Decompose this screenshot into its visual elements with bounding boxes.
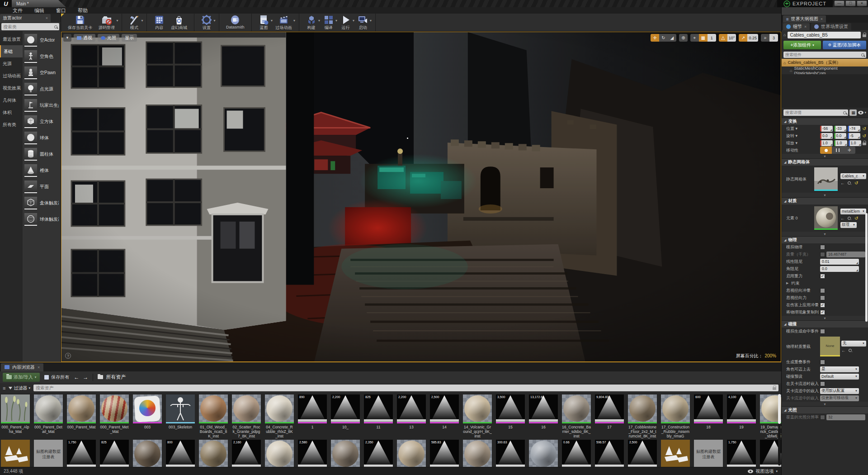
asset-tile[interactable]: 800: [166, 440, 195, 467]
surface-snap-button[interactable]: ⌖: [690, 34, 699, 42]
dropdown[interactable]: 仅更新可移动项▼: [820, 395, 859, 401]
asset-tile-003_Skeleton[interactable]: 003_Skeleton: [166, 394, 195, 438]
asset-tile[interactable]: 2,500: [628, 440, 657, 467]
camera-speed-icon[interactable]: »: [761, 34, 769, 42]
number-field[interactable]: 0.0◢: [820, 266, 859, 272]
close-icon[interactable]: ×: [804, 24, 807, 29]
toolbar-button-cinematics[interactable]: ▼过场动画: [273, 14, 295, 31]
property-matrix-button[interactable]: ▦: [849, 109, 857, 116]
section-materials[interactable]: ◢材质: [782, 197, 868, 204]
rotation-x-field[interactable]: 0.0◢: [820, 133, 833, 139]
browse-icon[interactable]: [848, 181, 851, 185]
toolbar-button-launch[interactable]: ▼启动: [354, 14, 372, 31]
asset-tile[interactable]: [529, 440, 558, 467]
details-tab[interactable]: 细节 ×: [783, 23, 810, 30]
section-transform[interactable]: ◢变换: [782, 118, 868, 125]
toolbar-button-build[interactable]: ▼构建: [303, 14, 320, 31]
world-outliner-tab[interactable]: ≡ 世界大纲视图 ×: [783, 15, 826, 23]
content-browser-tab[interactable]: 内容浏览器 ×: [1, 363, 43, 371]
checkbox[interactable]: ✓: [820, 303, 825, 308]
save-all-button[interactable]: 保存所有: [44, 374, 69, 380]
asset-tile-04_Concrete_Rubble_rhlxZ_8K_inst[interactable]: 04_Concrete_Rubble_rhlxZ_8K_inst: [265, 394, 294, 438]
asset-tile-14_Volcanic_Ground_qcjrH_8K_inst[interactable]: 14_Volcanic_Ground_qcjrH_8K_inst: [463, 394, 492, 438]
level-tab[interactable]: Main*: [12, 0, 66, 7]
place-search-field[interactable]: [1, 23, 59, 30]
position-label[interactable]: 位置 ▾: [786, 126, 819, 132]
asset-tile[interactable]: 2,160: [232, 440, 261, 467]
place-item-空Actor[interactable]: 空Actor: [23, 32, 61, 48]
camera-speed-value[interactable]: 3: [769, 34, 778, 42]
asset-tile-000_Parent_Met_Mat[interactable]: 000_Parent_Met_Mat: [100, 394, 129, 438]
menu-编辑[interactable]: 编辑: [34, 7, 44, 14]
asset-tile-000_Parent_Detail_Mat[interactable]: 000_Parent_Detail_Mat: [34, 394, 63, 438]
asset-tile-000_Parent_Mat[interactable]: 000_Parent_Mat: [67, 394, 96, 438]
back-button[interactable]: ←: [74, 374, 79, 380]
world-settings-tab[interactable]: 世界场景设置: [811, 23, 851, 30]
asset-tile-14[interactable]: 2,50014: [430, 394, 459, 438]
place-item-盒体触发器[interactable]: 盒体触发器: [23, 195, 61, 211]
rotation-z-field[interactable]: -5◢: [848, 133, 860, 139]
asset-tile-1[interactable]: 8901: [298, 394, 327, 438]
checkbox[interactable]: [820, 329, 825, 334]
blueprint-add-script-button[interactable]: ⚙蓝图/添加脚本: [823, 41, 866, 49]
mobility-movable-button[interactable]: ✛: [844, 147, 855, 154]
section-expander-icon[interactable]: ▼: [782, 316, 868, 320]
filter-button[interactable]: 过滤器▾: [9, 385, 30, 391]
use-selected-icon[interactable]: ←: [840, 180, 845, 185]
asset-tile[interactable]: [133, 440, 162, 467]
toolbar-button-modes[interactable]: ▼模式: [126, 14, 143, 31]
minimize-button[interactable]: —: [834, 0, 844, 6]
asset-tile-11[interactable]: 82511: [364, 394, 393, 438]
mobility-static-button[interactable]: [820, 147, 832, 154]
menu-帮助[interactable]: 帮助: [78, 7, 88, 14]
close-icon[interactable]: ×: [38, 365, 40, 370]
checkbox[interactable]: ✓: [820, 310, 825, 315]
material-select[interactable]: metalElem▼: [840, 209, 866, 214]
physical-material-thumbnail[interactable]: None: [820, 337, 840, 356]
asset-tile-17_Construction_Rubble_Assembly_rimaG[interactable]: 17_Construction_Rubble_Assembly_rimaG: [661, 394, 690, 438]
asset-tile[interactable]: [331, 440, 360, 467]
checkbox[interactable]: [820, 415, 825, 420]
place-item-圆柱体[interactable]: 圆柱体: [23, 146, 61, 162]
details-search-input[interactable]: [785, 110, 834, 115]
scale-label[interactable]: 缩放 ▾: [786, 140, 819, 146]
asset-tile[interactable]: 贴图构建数据注册表: [34, 440, 63, 467]
rotate-tool-button[interactable]: ↻: [659, 34, 668, 42]
dropdown[interactable]: Default▼: [820, 374, 859, 380]
toolbar-button-datasmith[interactable]: Datasmith: [223, 14, 248, 31]
reset-icon[interactable]: ↺: [854, 216, 858, 221]
grid-snap-button[interactable]: ▦: [699, 34, 708, 42]
component-row-staticmesh[interactable]: ⌂ StaticMeshComponent (StaticMeshCom: [782, 66, 868, 74]
toolbar-button-blueprint[interactable]: ▼蓝图: [255, 14, 273, 31]
content-scrollbar[interactable]: [778, 394, 781, 466]
toolbar-button-compile[interactable]: ▼编译: [320, 14, 337, 31]
reset-rotation-icon[interactable]: ↺: [863, 133, 866, 138]
breadcrumb[interactable]: 所有资产: [98, 374, 126, 380]
browse-icon[interactable]: [848, 217, 851, 220]
lock-icon[interactable]: [863, 34, 866, 37]
rotation-snap-value[interactable]: 10°: [727, 34, 736, 42]
asset-tile[interactable]: 0.66: [562, 440, 591, 467]
asset-tile-17_Cobblestone_Floor_2x2_M_trumcixt_8K_inst[interactable]: 17_Cobblestone_Floor_2x2_M_trumcixt_8K_i…: [628, 394, 657, 438]
dropdown[interactable]: 无▼: [841, 341, 866, 347]
asset-tile-19[interactable]: 4,10019: [727, 394, 756, 438]
viewport-options-dropdown[interactable]: ▼: [63, 34, 71, 42]
scale-tool-button[interactable]: ◢: [668, 34, 676, 42]
checkbox[interactable]: [820, 360, 825, 365]
place-item-空Pawn[interactable]: 空Pawn: [23, 65, 61, 81]
asset-tile[interactable]: [199, 440, 228, 467]
asset-search-input[interactable]: [36, 385, 773, 390]
checkbox[interactable]: [820, 381, 825, 386]
close-icon[interactable]: ×: [821, 17, 823, 21]
place-item-球体触发器[interactable]: 球体触发器: [23, 211, 61, 228]
scale-snap-value[interactable]: 0.25: [747, 34, 758, 42]
grid-snap-value[interactable]: 1: [708, 34, 716, 42]
section-expander-icon[interactable]: ▼: [782, 154, 868, 158]
asset-tile-16_Concrete_Barrier_sdsbo_8K_inst[interactable]: 16_Concrete_Barrier_sdsbo_8K_inst: [562, 394, 591, 438]
asset-tile[interactable]: 825: [100, 440, 129, 467]
maximize-button[interactable]: □: [845, 0, 856, 6]
place-item-空角色[interactable]: 空角色: [23, 48, 61, 65]
display-filter-button[interactable]: ▾: [858, 111, 866, 114]
asset-tile-000_Parent_Alpha_Mat[interactable]: 000_Parent_Alpha_Mat: [1, 394, 30, 438]
view-options-button[interactable]: 视图选项▾: [748, 468, 778, 475]
